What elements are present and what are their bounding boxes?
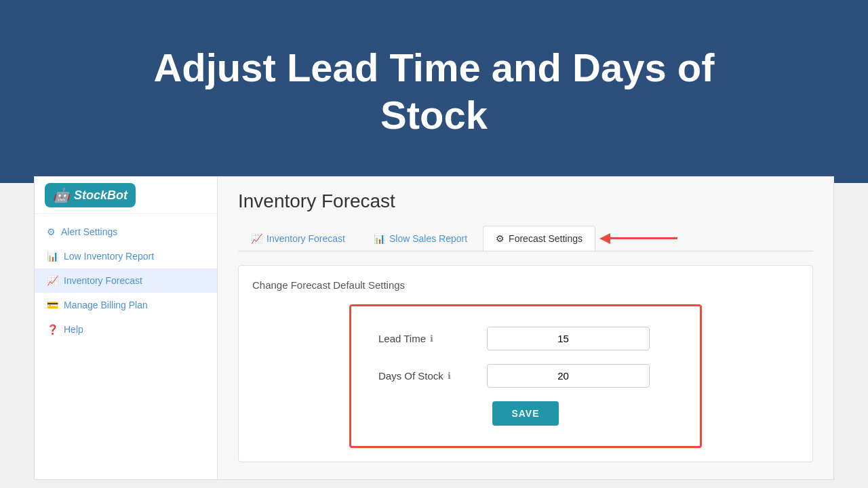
tab-forecast-settings-icon: ⚙ xyxy=(496,233,505,244)
save-button[interactable]: SAVE xyxy=(492,401,558,426)
sidebar-item-billing-label: Manage Billing Plan xyxy=(64,300,148,310)
days-of-stock-row: Days Of Stock ℹ xyxy=(378,364,673,388)
tab-forecast-settings[interactable]: ⚙ Forecast Settings xyxy=(483,226,595,251)
hero-banner: Adjust Lead Time and Days of Stock xyxy=(0,0,868,183)
sidebar: 🤖 StockBot ⚙ Alert Settings 📊 Low Invent… xyxy=(35,177,218,479)
tab-inventory-forecast[interactable]: 📈 Inventory Forecast xyxy=(238,226,358,251)
sidebar-item-help-label: Help xyxy=(64,324,83,335)
gear-icon: ⚙ xyxy=(47,226,56,237)
chart-icon: 📊 xyxy=(47,251,58,262)
hero-title: Adjust Lead Time and Days of Stock xyxy=(129,44,739,138)
line-chart-icon: 📈 xyxy=(47,275,58,286)
sidebar-item-manage-billing-plan[interactable]: 💳 Manage Billing Plan xyxy=(35,293,217,317)
robot-icon: 🤖 xyxy=(53,187,70,203)
tab-inventory-forecast-icon: 📈 xyxy=(251,233,262,244)
lead-time-input[interactable] xyxy=(487,327,650,350)
lead-time-info-icon[interactable]: ℹ xyxy=(430,333,433,344)
lead-time-label: Lead Time ℹ xyxy=(378,333,473,344)
sidebar-logo: 🤖 StockBot xyxy=(35,177,217,214)
tab-slow-sales-label: Slow Sales Report xyxy=(389,233,467,244)
sidebar-item-inventory-forecast-label: Inventory Forecast xyxy=(64,275,142,286)
arrow-indicator xyxy=(599,233,677,244)
arrow-line xyxy=(610,237,677,239)
days-of-stock-input[interactable] xyxy=(487,364,650,388)
credit-card-icon: 💳 xyxy=(47,300,58,310)
sidebar-item-alert-settings[interactable]: ⚙ Alert Settings xyxy=(35,220,217,244)
tab-forecast-settings-label: Forecast Settings xyxy=(509,233,583,244)
sidebar-nav: ⚙ Alert Settings 📊 Low Inventory Report … xyxy=(35,214,217,347)
lead-time-row: Lead Time ℹ xyxy=(378,327,673,350)
logo-text: StockBot xyxy=(74,188,127,203)
sidebar-item-low-inventory-label: Low Inventory Report xyxy=(64,251,154,262)
logo[interactable]: 🤖 StockBot xyxy=(45,183,136,207)
sidebar-item-alert-settings-label: Alert Settings xyxy=(61,226,117,237)
days-of-stock-label: Days Of Stock ℹ xyxy=(378,370,473,382)
sidebar-item-help[interactable]: ❓ Help xyxy=(35,317,217,342)
tab-slow-sales-report[interactable]: 📊 Slow Sales Report xyxy=(361,226,480,251)
tab-slow-sales-icon: 📊 xyxy=(374,233,385,244)
sidebar-item-inventory-forecast[interactable]: 📈 Inventory Forecast xyxy=(35,268,217,293)
sidebar-item-low-inventory-report[interactable]: 📊 Low Inventory Report xyxy=(35,244,217,268)
tabs-bar: 📈 Inventory Forecast 📊 Slow Sales Report… xyxy=(238,226,813,251)
tab-inventory-forecast-label: Inventory Forecast xyxy=(267,233,345,244)
settings-card: Change Forecast Default Settings Lead Ti… xyxy=(238,265,813,462)
app-container: 🤖 StockBot ⚙ Alert Settings 📊 Low Invent… xyxy=(34,176,834,480)
arrow-head xyxy=(599,233,610,244)
settings-card-title: Change Forecast Default Settings xyxy=(252,279,799,291)
days-of-stock-info-icon[interactable]: ℹ xyxy=(448,371,451,381)
page-title: Inventory Forecast xyxy=(238,190,813,212)
main-content: Inventory Forecast 📈 Inventory Forecast … xyxy=(218,177,833,479)
form-box: Lead Time ℹ Days Of Stock ℹ SAVE xyxy=(349,304,702,448)
help-icon: ❓ xyxy=(47,324,58,335)
